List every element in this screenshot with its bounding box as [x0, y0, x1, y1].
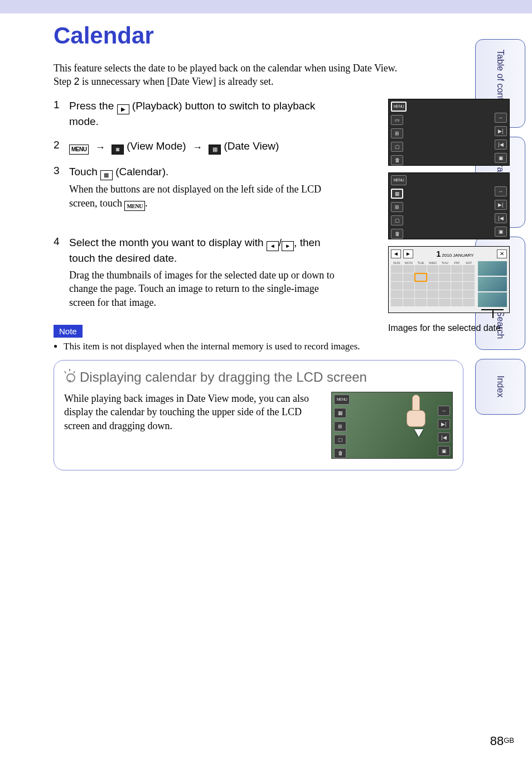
callout-line	[492, 310, 494, 318]
weekday-header: WED	[427, 261, 439, 265]
delete-icon: 🗑	[391, 229, 403, 239]
calendar-cell	[463, 265, 475, 273]
index-icon: ⊞	[391, 128, 403, 138]
right-arrow-icon: ►	[282, 241, 294, 251]
calendar-cell	[427, 290, 439, 298]
intro-line2a: Step	[54, 76, 74, 87]
tip-screenshot: MENU ▦ ⊞ ▢ 🗑 ↔ ▶| |◀ ▣	[331, 392, 453, 459]
calendar-cell	[439, 265, 451, 273]
tip-text: While playing back images in Date View m…	[64, 392, 323, 433]
calendar-cell	[415, 265, 427, 273]
step3-text-b: (Calendar).	[113, 166, 168, 177]
calendar-cell	[391, 290, 403, 298]
page-number-suffix: GB	[504, 736, 514, 744]
figure-caption: Images for the selected date	[388, 323, 510, 333]
intro-text: This feature selects the date to be play…	[54, 61, 463, 89]
calendar-cell	[391, 299, 403, 306]
calendar-cell	[463, 290, 475, 298]
step-4: Select the month you want to display wit…	[54, 236, 338, 309]
view-mode-label: (View Mode)	[124, 140, 189, 152]
calendar-cell	[403, 265, 415, 273]
calendar-cell	[391, 282, 403, 290]
delete-icon: 🗑	[334, 448, 346, 458]
calendar-cell	[415, 299, 427, 306]
calendar-cell	[427, 282, 439, 290]
thumbnail	[478, 261, 507, 276]
main-content: Calendar This feature selects the date t…	[54, 22, 463, 470]
tip-bulb-icon	[64, 371, 76, 383]
thumbnail	[478, 277, 507, 291]
slideshow-icon: ▢	[334, 435, 346, 445]
calendar-cell	[391, 273, 403, 281]
slideshow-icon: ▢	[391, 142, 403, 152]
calendar-cell-selected	[415, 273, 427, 281]
calendar-title: 12010 JANUARY	[415, 249, 495, 258]
note-tag: Note	[54, 325, 83, 338]
weekday-header: MON	[403, 261, 415, 265]
calendar-cell	[391, 265, 403, 273]
calendar-cell	[427, 265, 439, 273]
calendar-month-year: 2010 JANUARY	[442, 253, 473, 258]
calendar-icon: ▦	[334, 408, 346, 418]
calendar-cell	[415, 282, 427, 290]
step4-text-a: Select the month you want to display wit…	[69, 237, 267, 248]
lcd-screenshot-1: MENU ▭ ⊞ ▢ 🗑 ↔ ▶| |◀ ▣	[388, 99, 510, 166]
playback-mode-icon: ▣	[495, 153, 507, 163]
playback-mode-icon: ▣	[495, 227, 507, 237]
calendar-cell	[403, 299, 415, 306]
index-icon: ⊞	[334, 421, 346, 431]
drag-hand-illustration	[405, 395, 427, 428]
calendar-thumbnails	[478, 261, 507, 307]
arrow-icon: →	[95, 141, 105, 155]
thumbnail	[478, 292, 507, 307]
close-button: ✕	[497, 249, 507, 258]
date-view-icon: ▦	[209, 145, 221, 155]
tip-title-text: Displaying calendar by dragging the LCD …	[80, 369, 367, 385]
weekday-header: THU	[439, 261, 451, 265]
view-mode-icon: ◙	[112, 145, 124, 155]
weekday-header: SAT	[463, 261, 475, 265]
menu-button-icon: MENU	[69, 145, 89, 155]
calendar-cell	[403, 282, 415, 290]
menu-icon: MENU	[391, 175, 407, 185]
calendar-cell	[451, 290, 463, 298]
playback-icon: ▶	[117, 104, 129, 114]
slideshow-icon: ▢	[391, 215, 403, 225]
calendar-cell	[439, 290, 451, 298]
next-icon: ▶|	[438, 419, 450, 429]
calendar-cell	[451, 282, 463, 290]
tab-index[interactable]: Index	[475, 359, 525, 415]
step-1: Press the ▶ (Playback) button to switch …	[54, 99, 338, 129]
arrow-icon: →	[192, 141, 202, 155]
calendar-cell	[439, 282, 451, 290]
intro-line2b: is unnecessary when [Date View] is alrea…	[80, 76, 274, 87]
intro-line1: This feature selects the date to be play…	[54, 63, 397, 74]
display-icon: ↔	[438, 406, 450, 416]
calendar-cell	[463, 282, 475, 290]
header-band	[0, 0, 532, 13]
menu-icon: MENU	[334, 395, 350, 405]
drag-down-arrow-icon	[414, 429, 423, 437]
page-number-value: 88	[490, 734, 504, 748]
calendar-grid: SUN MON TUE WED THU FRI SAT	[391, 261, 475, 306]
calendar-cell	[403, 290, 415, 298]
note-item: This item is not displayed when the inte…	[64, 341, 463, 352]
calendar-cell	[463, 299, 475, 306]
next-icon: ▶|	[495, 200, 507, 210]
display-icon: ↔	[495, 186, 507, 196]
weekday-header: FRI	[451, 261, 463, 265]
wide-zoom-icon: ▭	[391, 115, 403, 125]
calendar-cell	[427, 273, 439, 281]
weekday-header: SUN	[391, 261, 403, 265]
left-arrow-icon: ◄	[267, 241, 279, 251]
tip-box: Displaying calendar by dragging the LCD …	[54, 360, 463, 470]
calendar-screenshot: ◄ ► 12010 JANUARY ✕ SUN MON TUE WED THU …	[388, 246, 510, 313]
menu-button-icon: MENU	[124, 201, 145, 211]
step3-body-b: .	[145, 198, 148, 209]
calendar-cell	[403, 273, 415, 281]
prev-icon: |◀	[495, 213, 507, 223]
lcd-screenshot-2: MENU ▦ ⊞ ▢ 🗑 ↔ ▶| |◀ ▣	[388, 172, 510, 239]
page-number: 88GB	[490, 734, 514, 748]
step4-body: Drag the thumbnails of images for the se…	[69, 268, 338, 309]
menu-icon: MENU	[391, 102, 407, 112]
